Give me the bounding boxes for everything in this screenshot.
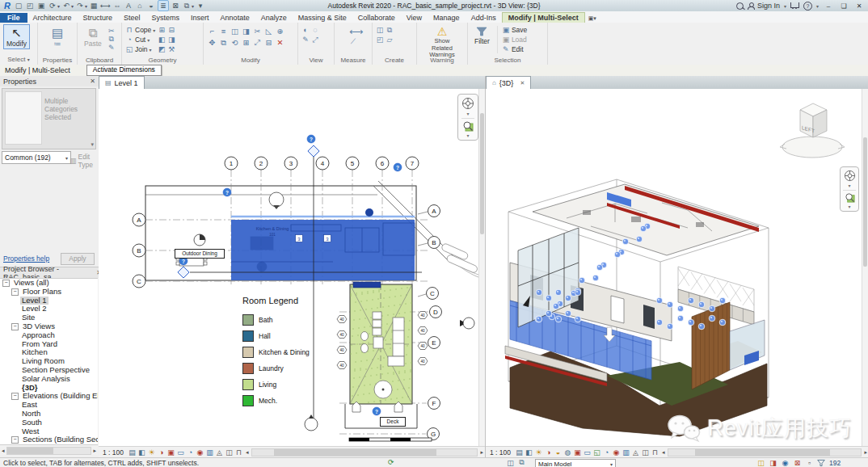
- redo-icon[interactable]: ↷: [75, 1, 85, 11]
- exclude-options-icon[interactable]: ⊠: [793, 458, 802, 467]
- plan-navigation-bar[interactable]: ▾ ▾: [457, 94, 478, 141]
- ribbon-tab-add-ins[interactable]: Add-Ins: [466, 13, 502, 23]
- join-button[interactable]: ◱Join▾: [125, 44, 155, 54]
- detail-level-icon[interactable]: ▤: [128, 448, 137, 457]
- create-similar-icon[interactable]: ⧉: [386, 26, 394, 35]
- collaborate-status-icon[interactable]: ◉: [781, 458, 790, 467]
- rendering-dialog-icon[interactable]: ◍: [563, 448, 572, 457]
- scroll-right-icon[interactable]: ▸: [91, 448, 98, 454]
- expander-icon[interactable]: −: [11, 393, 19, 400]
- thin-lines-icon[interactable]: ≣: [158, 0, 169, 11]
- visual-style-icon[interactable]: ◧: [137, 448, 146, 457]
- ribbon-tab-systems[interactable]: Systems: [146, 13, 186, 23]
- tab-level-1[interactable]: ▤ Level 1: [99, 76, 145, 89]
- 3d-vertical-scrollbar[interactable]: [862, 89, 868, 446]
- temporary-hide-isolate-icon[interactable]: ◔: [602, 448, 611, 457]
- chevron-down-icon[interactable]: ▾: [466, 111, 469, 116]
- sign-in-dropdown-icon[interactable]: ▾: [784, 3, 786, 9]
- shadows-icon[interactable]: ◑: [544, 448, 553, 457]
- project-browser-header[interactable]: Project Browser - RAC_basic_sa...✕: [0, 267, 105, 278]
- minimize-button[interactable]: –: [823, 2, 834, 10]
- browser-item-east[interactable]: East: [0, 401, 98, 410]
- ribbon-tab-collaborate[interactable]: Collaborate: [352, 13, 401, 23]
- browser-item-sections-building-sectior[interactable]: −Sections (Building Sectior: [0, 435, 98, 444]
- sun-path-icon[interactable]: ☀: [534, 448, 543, 457]
- expander-icon[interactable]: −: [11, 288, 19, 296]
- reveal-constraints-icon[interactable]: ⊓: [234, 448, 243, 457]
- show-crop-region-icon[interactable]: ▭: [583, 448, 592, 457]
- default-3d-view-icon[interactable]: ⌂: [135, 1, 145, 11]
- show-related-warnings-button[interactable]: ⚠ Show RelatedWarnings: [420, 24, 464, 61]
- chevron-down-icon[interactable]: ▾: [848, 204, 850, 209]
- plan-horizontal-scrollbar[interactable]: [251, 448, 478, 456]
- scroll-left-icon[interactable]: ◂: [244, 449, 251, 456]
- person-icon[interactable]: [748, 2, 753, 9]
- view-scale[interactable]: 1 : 100: [103, 448, 124, 456]
- 3d-drawing-area[interactable]: LEFT ▾ ▾ Revit应用技巧: [486, 89, 862, 446]
- ribbon-tab-manage[interactable]: Manage: [428, 13, 466, 23]
- match-type-icon[interactable]: ✎: [107, 44, 116, 52]
- array-icon[interactable]: ⊞: [241, 37, 251, 48]
- override-graphics-icon[interactable]: ◐: [301, 26, 310, 34]
- scroll-left-icon[interactable]: ◂: [0, 448, 6, 454]
- undo-icon-dropdown[interactable]: ▾: [71, 3, 74, 9]
- type-selector[interactable]: Multiple Categories Selected ▾: [2, 88, 96, 149]
- scale-icon[interactable]: ⤢: [252, 37, 263, 48]
- browser-item-floor-plans[interactable]: −Floor Plans: [0, 288, 98, 297]
- show-analytical-model-icon[interactable]: ◬: [215, 448, 224, 457]
- browser-item-solar-analysis[interactable]: Solar Analysis: [0, 375, 98, 384]
- cut-button[interactable]: ◔Cut▾: [125, 35, 155, 44]
- crop-view-icon[interactable]: ▣: [573, 448, 582, 457]
- close-tab-icon[interactable]: ✕: [520, 80, 525, 86]
- sync-icon[interactable]: ⟳: [48, 1, 57, 11]
- expander-icon[interactable]: −: [11, 323, 19, 330]
- unpin-icon[interactable]: ⊟: [263, 37, 274, 48]
- edit-type-button[interactable]: ▥ Edit Type: [70, 153, 99, 169]
- mirror-icon[interactable]: ◫: [230, 26, 240, 36]
- rotate-icon[interactable]: ⟲: [230, 37, 240, 48]
- aligned-dimension-icon[interactable]: ⇔: [112, 1, 122, 11]
- active-workset-icon[interactable]: ◫: [506, 458, 515, 467]
- visual-style-icon[interactable]: ◧: [525, 448, 533, 457]
- activate-dimensions-button[interactable]: Activate Dimensions: [86, 65, 162, 76]
- beam-joins-icon[interactable]: ◨: [167, 36, 175, 44]
- ribbon-tab-view[interactable]: View: [401, 13, 428, 23]
- help-icon[interactable]: ?: [803, 2, 812, 11]
- browser-item-from-yard[interactable]: From Yard: [0, 340, 98, 349]
- chevron-down-icon[interactable]: ▾: [91, 141, 94, 148]
- unjoin-icon[interactable]: ◩: [158, 45, 166, 53]
- section-icon[interactable]: ◒: [146, 1, 156, 11]
- remove-coping-icon[interactable]: ⊟: [167, 26, 175, 34]
- ribbon-tab-architecture[interactable]: Architecture: [27, 13, 78, 23]
- 3d-navigation-bar[interactable]: ▾ ▾: [840, 166, 859, 212]
- apply-button[interactable]: Apply: [61, 253, 95, 265]
- ribbon-tab-steel[interactable]: Steel: [118, 13, 146, 23]
- new-file-icon[interactable]: ▢: [14, 1, 23, 11]
- demolish-icon[interactable]: ⚒: [167, 45, 175, 53]
- search-icon[interactable]: [736, 2, 744, 10]
- panel-label-select[interactable]: Select ▾: [0, 55, 37, 65]
- ribbon-tab-insert[interactable]: Insert: [185, 13, 215, 23]
- editing-requests-icon[interactable]: ◫: [756, 458, 765, 467]
- ribbon-tab-annotate[interactable]: Annotate: [215, 13, 255, 23]
- browser-horizontal-scrollbar[interactable]: ◂ ▸: [0, 444, 98, 456]
- split-icon[interactable]: ✂: [252, 26, 263, 36]
- trim-icon[interactable]: ◺: [263, 26, 274, 36]
- create-group-icon[interactable]: ◫: [376, 26, 384, 34]
- save-icon[interactable]: ▣: [36, 1, 46, 11]
- shadows-icon[interactable]: ◑: [157, 448, 166, 457]
- sun-path-icon[interactable]: ☀: [147, 448, 156, 457]
- modify-tool-button[interactable]: ↖ Modify: [3, 24, 30, 49]
- measure-between-icon[interactable]: ⟷: [349, 26, 357, 37]
- sync-icon-dropdown[interactable]: ▾: [57, 3, 60, 9]
- detail-level-icon[interactable]: ▤: [515, 448, 524, 457]
- lock-3d-view-icon[interactable]: ◱: [592, 448, 601, 457]
- contextual-tab-options-icon[interactable]: ▣▾: [585, 15, 600, 23]
- switch-windows-icon[interactable]: ⧉: [182, 1, 192, 11]
- viewcube[interactable]: LEFT: [780, 103, 845, 158]
- linework-icon[interactable]: ✎: [301, 36, 310, 44]
- browser-item-approach[interactable]: Approach: [0, 331, 98, 340]
- expander-icon[interactable]: −: [11, 436, 19, 444]
- worksharing-display-icon[interactable]: ⧉: [517, 458, 526, 467]
- displace-elements-icon[interactable]: ⤢: [311, 36, 319, 44]
